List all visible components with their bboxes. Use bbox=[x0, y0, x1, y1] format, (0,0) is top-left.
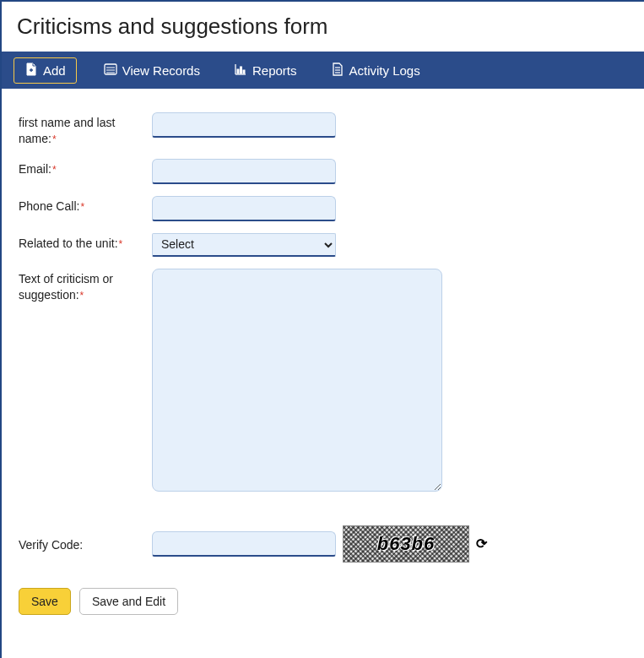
required-marker: * bbox=[52, 133, 57, 145]
save-button[interactable]: Save bbox=[19, 588, 71, 615]
chart-icon bbox=[234, 63, 247, 79]
tab-view-records-label: View Records bbox=[122, 63, 200, 78]
tab-activity-logs-label: Activity Logs bbox=[349, 63, 420, 78]
list-icon bbox=[104, 63, 117, 79]
svg-rect-4 bbox=[237, 69, 239, 73]
save-edit-button[interactable]: Save and Edit bbox=[79, 588, 178, 615]
email-label: Email:* bbox=[19, 159, 152, 177]
tab-reports-label: Reports bbox=[252, 63, 297, 78]
unit-label: Related to the unit:* bbox=[19, 233, 152, 252]
tab-view-records[interactable]: View Records bbox=[97, 59, 207, 82]
tab-add-label: Add bbox=[43, 63, 66, 78]
tab-add[interactable]: Add bbox=[14, 57, 77, 84]
page-title: Criticisms and suggestions form bbox=[2, 2, 644, 52]
captcha-image: b63b6 bbox=[343, 525, 469, 563]
text-label: Text of criticism or suggestion:* bbox=[19, 269, 152, 303]
phone-label: Phone Call:* bbox=[19, 196, 152, 215]
text-textarea[interactable] bbox=[152, 269, 442, 492]
tab-reports[interactable]: Reports bbox=[227, 59, 304, 82]
form-area: first name and last name:* Email:* Phone… bbox=[2, 89, 644, 632]
toolbar: Add View Records Reports Activity Logs bbox=[2, 52, 644, 89]
required-marker: * bbox=[80, 290, 84, 302]
tab-activity-logs[interactable]: Activity Logs bbox=[324, 59, 427, 82]
required-marker: * bbox=[119, 238, 123, 250]
name-label: first name and last name:* bbox=[19, 112, 152, 147]
email-input[interactable] bbox=[152, 159, 336, 184]
refresh-captcha-icon[interactable]: ⟳ bbox=[476, 536, 487, 552]
verify-label: Verify Code: bbox=[19, 535, 152, 553]
phone-input[interactable] bbox=[152, 196, 336, 221]
name-input[interactable] bbox=[152, 112, 336, 138]
svg-rect-5 bbox=[240, 67, 241, 73]
required-marker: * bbox=[80, 201, 84, 213]
add-page-icon bbox=[24, 63, 38, 79]
verify-input[interactable] bbox=[152, 531, 336, 557]
svg-rect-6 bbox=[243, 70, 245, 73]
log-icon bbox=[331, 63, 344, 79]
unit-select[interactable]: Select bbox=[152, 233, 336, 257]
required-marker: * bbox=[52, 164, 57, 176]
